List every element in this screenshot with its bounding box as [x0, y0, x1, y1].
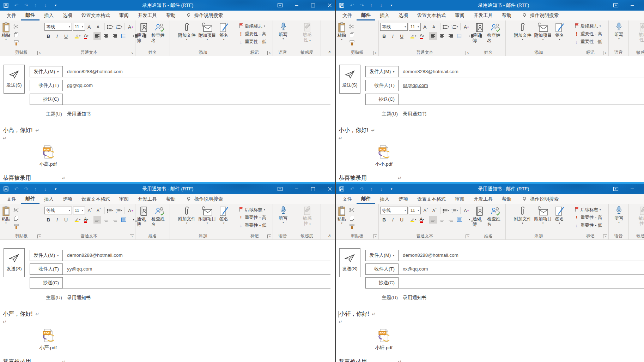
to-field[interactable]: gg@qq.com: [63, 79, 330, 91]
importance-low-button[interactable]: ↓ 重要性 - 低: [574, 221, 608, 229]
subject-field[interactable]: 录用通知书: [63, 295, 91, 301]
bullets-button[interactable]: ▾: [106, 207, 114, 214]
attach-item-button[interactable]: 附加项目 ▾: [199, 206, 216, 225]
ribbon-display-options-button[interactable]: [272, 184, 288, 194]
cc-field[interactable]: [63, 93, 330, 105]
align-center-button[interactable]: [438, 32, 446, 40]
grow-font-button[interactable]: Aˆ: [86, 23, 94, 31]
importance-low-button[interactable]: ↓ 重要性 - 低: [238, 38, 272, 46]
to-field[interactable]: xx@qq.com: [399, 263, 644, 275]
from-button[interactable]: 发件人(M)▾: [30, 250, 63, 261]
bullets-button[interactable]: ▾: [442, 207, 450, 214]
follow-up-button[interactable]: 后续标志 ▾: [574, 206, 608, 214]
maximize-button[interactable]: [305, 0, 321, 11]
ribbon-display-options-button[interactable]: [607, 184, 624, 194]
sensitivity-button[interactable]: 敏感 性 ▾: [294, 22, 320, 43]
dictate-button[interactable]: 听写 ▾: [274, 22, 292, 40]
dictate-button[interactable]: 听写 ▾: [610, 22, 628, 40]
signature-button[interactable]: 签名 ▾: [555, 22, 565, 41]
from-field[interactable]: demon8288@hotmail.com: [399, 249, 644, 261]
importance-high-button[interactable]: ! 重要性 - 高: [238, 214, 272, 221]
to-button[interactable]: 收件人(T): [365, 263, 399, 275]
signature-button[interactable]: 签名 ▾: [219, 206, 229, 225]
clear-formatting-button[interactable]: A♦: [127, 207, 134, 214]
bullets-button[interactable]: ▾: [442, 23, 450, 31]
check-names-button[interactable]: 检查姓名: [151, 206, 169, 227]
maximize-button[interactable]: [640, 184, 644, 194]
font-name-select[interactable]: 等线▾: [380, 23, 408, 31]
send-button[interactable]: 发送(S): [4, 248, 25, 277]
importance-low-button[interactable]: ↓ 重要性 - 低: [238, 221, 272, 229]
attach-item-button[interactable]: 附加项目 ▾: [534, 22, 552, 41]
attachment[interactable]: PDF 小轩.pdf: [371, 328, 396, 351]
tab-file[interactable]: 文件: [338, 11, 357, 20]
minimize-button[interactable]: [288, 0, 305, 11]
cc-field[interactable]: [63, 277, 330, 289]
highlight-button[interactable]: ▾: [73, 216, 81, 224]
send-button[interactable]: 发送(S): [4, 65, 25, 94]
clipboard-dialog-launcher[interactable]: ↘: [37, 51, 41, 55]
align-center-button[interactable]: [438, 216, 446, 224]
tab-help[interactable]: 帮助: [162, 11, 180, 20]
clear-formatting-button[interactable]: A♦: [127, 23, 134, 31]
distribute-button[interactable]: [456, 32, 463, 40]
tab-developer[interactable]: 开发工具: [133, 11, 162, 20]
sensitivity-button[interactable]: 敏感 性 ▾: [630, 22, 644, 43]
tell-me-search[interactable]: 操作说明搜索: [522, 194, 559, 204]
sensitivity-button[interactable]: 敏感 性 ▾: [630, 206, 644, 227]
basic-text-dialog-launcher[interactable]: ↘: [466, 235, 469, 238]
ribbon-display-options-button[interactable]: [607, 0, 624, 11]
font-color-button[interactable]: A▾: [82, 32, 90, 40]
attach-file-button[interactable]: 附加文件 ▾: [514, 22, 531, 41]
paste-button[interactable]: 粘贴 ▾: [337, 206, 346, 230]
message-body[interactable]: 小小，你好!↵ ↵ PDF 小小.pdf 恭喜被录用 ↵: [336, 122, 644, 182]
to-button[interactable]: 收件人(T): [30, 80, 63, 91]
message-body[interactable]: 小高，你好!↵ ↵ PDF 小高.pdf 恭喜被录用 ↵: [0, 122, 336, 182]
tab-developer[interactable]: 开发工具: [469, 194, 497, 204]
address-book-button[interactable]: 通讯簿: [473, 206, 486, 227]
font-size-select[interactable]: 11▾: [409, 207, 421, 214]
format-painter-button[interactable]: [348, 40, 356, 46]
minimize-button[interactable]: [624, 0, 640, 11]
close-button[interactable]: [321, 184, 336, 194]
from-button[interactable]: 发件人(M)▾: [365, 250, 399, 261]
align-left-button[interactable]: [429, 216, 437, 224]
tab-options[interactable]: 选项: [394, 11, 413, 20]
align-left-button[interactable]: [93, 216, 101, 224]
distribute-button[interactable]: [120, 216, 128, 224]
cc-field[interactable]: [399, 277, 644, 289]
underline-button[interactable]: U: [398, 32, 406, 40]
signature-button[interactable]: 签名 ▾: [555, 206, 565, 225]
tab-developer[interactable]: 开发工具: [133, 194, 162, 204]
paste-button[interactable]: 粘贴 ▾: [1, 206, 11, 230]
numbering-button[interactable]: ▾: [115, 23, 123, 31]
from-button[interactable]: 发件人(M)▾: [365, 66, 399, 77]
underline-button[interactable]: U: [62, 216, 70, 224]
shrink-font-button[interactable]: Aˇ: [431, 207, 438, 214]
title-bar[interactable]: ↶ ↷ ↑ ↓ ▾ 录用通知书 - 邮件 (RTF): [336, 184, 644, 194]
attachment[interactable]: PDF 小高.pdf: [35, 145, 61, 167]
tab-format-text[interactable]: 设置文本格式: [413, 11, 450, 20]
align-right-button[interactable]: [447, 216, 455, 224]
tab-help[interactable]: 帮助: [497, 11, 516, 20]
cc-button[interactable]: 抄送(C): [365, 94, 399, 105]
paste-button[interactable]: 粘贴 ▾: [1, 22, 11, 46]
highlight-button[interactable]: ▾: [409, 32, 417, 40]
importance-high-button[interactable]: ! 重要性 - 高: [574, 214, 608, 221]
cc-button[interactable]: 抄送(C): [365, 277, 399, 289]
follow-up-button[interactable]: 后续标志 ▾: [574, 22, 608, 30]
shrink-font-button[interactable]: Aˇ: [95, 207, 103, 214]
bullets-button[interactable]: ▾: [106, 23, 114, 31]
check-names-button[interactable]: 检查姓名: [151, 22, 169, 43]
basic-text-dialog-launcher[interactable]: ↘: [130, 235, 134, 238]
to-field[interactable]: ss@qq.com: [399, 79, 644, 91]
tab-options[interactable]: 选项: [394, 194, 413, 204]
tab-insert[interactable]: 插入: [375, 194, 394, 204]
tab-file[interactable]: 文件: [2, 194, 21, 204]
clear-formatting-button[interactable]: A♦: [462, 23, 470, 31]
tell-me-search[interactable]: 操作说明搜索: [522, 11, 559, 20]
to-button[interactable]: 收件人(T): [365, 80, 399, 91]
tags-dialog-launcher[interactable]: ↘: [603, 235, 607, 238]
font-name-select[interactable]: 等线▾: [380, 207, 408, 214]
importance-low-button[interactable]: ↓ 重要性 - 低: [574, 38, 608, 46]
